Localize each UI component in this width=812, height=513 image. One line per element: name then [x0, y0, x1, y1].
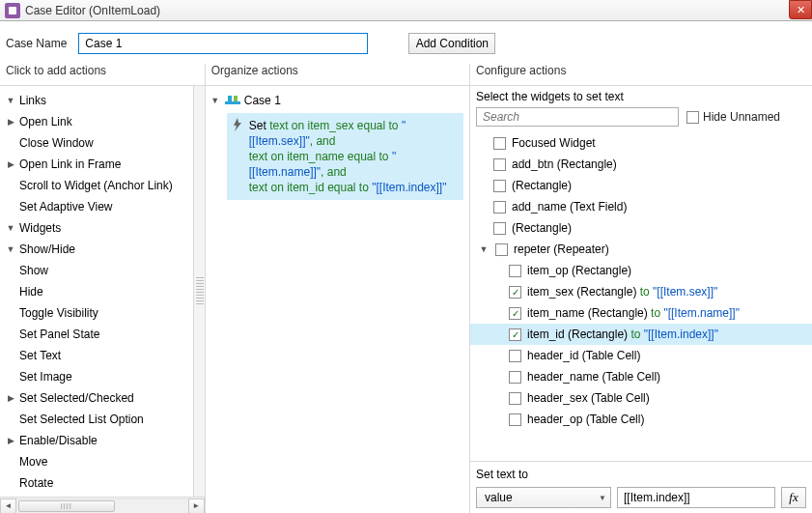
close-button[interactable]: ✕	[789, 0, 812, 19]
chevron-down-icon: ▼	[599, 494, 606, 502]
widget-row[interactable]: header_op (Table Cell)	[470, 409, 812, 430]
checkbox-icon[interactable]	[509, 265, 521, 277]
chevron-right-icon[interactable]	[4, 159, 17, 169]
case-row[interactable]: Case 1	[206, 90, 469, 111]
tree-label: Set Selected List Option	[17, 413, 144, 426]
fx-button[interactable]: fx	[781, 487, 806, 508]
tree-open-link[interactable]: Open Link	[0, 111, 193, 132]
tree-set-selected[interactable]: Set Selected/Checked	[0, 387, 193, 409]
widget-row[interactable]: ✓item_id (Rectangle) to "[[Item.index]]"	[470, 324, 812, 345]
svg-marker-4	[234, 118, 241, 131]
widget-row[interactable]: ✓item_sex (Rectangle) to "[[Item.sex]]"	[470, 281, 812, 302]
tree-toggle[interactable]: Toggle Visibility	[0, 302, 193, 324]
chevron-down-icon[interactable]	[478, 244, 490, 254]
tree-label: Open Link	[17, 115, 72, 128]
action-block[interactable]: Set text on item_sex equal to "[[Item.se…	[227, 113, 463, 200]
tree-close-window[interactable]: Close Window	[0, 132, 193, 154]
scroll-right-button[interactable]: ►	[188, 499, 205, 514]
checkbox-icon[interactable]	[493, 137, 506, 150]
search-input[interactable]	[476, 107, 679, 127]
checkbox-icon[interactable]	[509, 413, 521, 426]
widget-label: item_name (Rectangle) to "[[Item.name]]"	[527, 306, 740, 320]
widget-tree[interactable]: Focused Widgetadd_btn (Rectangle)(Rectan…	[470, 132, 812, 461]
scroll-left-button[interactable]: ◄	[0, 499, 16, 514]
configure-area: Select the widgets to set text Hide Unna…	[470, 85, 812, 513]
tree-open-link-frame[interactable]: Open Link in Frame	[0, 154, 193, 175]
tree-enable-disable[interactable]: Enable/Disable	[0, 430, 193, 451]
hide-unnamed-option[interactable]: Hide Unnamed	[686, 110, 780, 124]
case-name-label: Case Name	[6, 37, 67, 50]
tree-hide[interactable]: Hide	[0, 281, 193, 302]
left-column: Click to add actions Links Open Link Clo…	[0, 64, 206, 513]
tree-adaptive-view[interactable]: Set Adaptive View	[0, 196, 193, 217]
chevron-down-icon[interactable]	[4, 96, 17, 105]
tree-widgets[interactable]: Widgets	[0, 217, 193, 239]
checkbox-icon[interactable]	[493, 222, 506, 235]
scroll-track[interactable]	[16, 499, 188, 514]
checkbox-icon[interactable]	[509, 371, 521, 384]
widget-row[interactable]: item_op (Rectangle)	[470, 260, 812, 281]
checkbox-icon[interactable]: ✓	[509, 307, 521, 320]
window-title: Case Editor (OnItemLoad)	[25, 4, 160, 17]
checkbox-icon[interactable]	[493, 201, 506, 214]
tree-set-panel-state[interactable]: Set Panel State	[0, 324, 193, 345]
tree-set-image[interactable]: Set Image	[0, 366, 193, 387]
add-condition-button[interactable]: Add Condition	[408, 33, 495, 54]
tree-set-text[interactable]: Set Text	[0, 345, 193, 366]
tree-set-list-option[interactable]: Set Selected List Option	[0, 409, 193, 430]
repeater-row[interactable]: repeter (Repeater)	[470, 239, 812, 260]
widget-row[interactable]: (Rectangle)	[470, 217, 812, 239]
value-dropdown[interactable]: value ▼	[476, 487, 611, 508]
action-text: Set text on item_sex equal to "[[Item.se…	[249, 118, 459, 195]
tree-label: Show	[17, 264, 48, 277]
checkbox-icon[interactable]	[509, 350, 521, 362]
header-row: Case Name Add Condition	[0, 21, 812, 64]
widget-row[interactable]: ✓item_name (Rectangle) to "[[Item.name]]…	[470, 302, 812, 324]
tree-rotate[interactable]: Rotate	[0, 472, 193, 494]
tree-scroll-widget[interactable]: Scroll to Widget (Anchor Link)	[0, 175, 193, 196]
tree-move[interactable]: Move	[0, 451, 193, 472]
widget-row[interactable]: add_name (Text Field)	[470, 196, 812, 217]
widget-row[interactable]: header_id (Table Cell)	[470, 345, 812, 366]
widget-row[interactable]: add_btn (Rectangle)	[470, 154, 812, 175]
bolt-icon	[232, 118, 243, 134]
dropdown-value: value	[485, 491, 513, 504]
widget-row[interactable]: (Rectangle)	[470, 175, 812, 196]
tree-show-hide[interactable]: Show/Hide	[0, 239, 193, 260]
mid-title: Organize actions	[206, 64, 469, 85]
checkbox-icon[interactable]	[509, 392, 521, 405]
columns: Click to add actions Links Open Link Clo…	[0, 64, 812, 513]
actions-tree[interactable]: Links Open Link Close Window Open Link i…	[0, 86, 193, 497]
checkbox-icon[interactable]: ✓	[509, 286, 521, 299]
chevron-down-icon[interactable]	[4, 223, 17, 233]
chevron-down-icon[interactable]	[210, 96, 221, 105]
scroll-thumb[interactable]	[18, 500, 115, 512]
value-input[interactable]	[617, 487, 775, 508]
chevron-right-icon[interactable]	[4, 393, 17, 403]
tree-show[interactable]: Show	[0, 260, 193, 281]
chevron-right-icon[interactable]	[4, 117, 17, 127]
tree-links[interactable]: Links	[0, 90, 193, 111]
tree-label: Set Selected/Checked	[17, 391, 134, 405]
checkbox-icon[interactable]	[686, 111, 699, 124]
horizontal-scrollbar[interactable]: ◄ ►	[0, 497, 205, 513]
chevron-down-icon[interactable]	[4, 244, 17, 254]
case-icon	[225, 94, 240, 107]
vertical-scrollbar[interactable]	[193, 86, 205, 497]
widget-label: item_id (Rectangle) to "[[Item.index]]"	[527, 328, 718, 341]
tree-label: Set Text	[17, 349, 61, 362]
set-text-label: Set text to	[476, 468, 806, 481]
widget-row[interactable]: header_sex (Table Cell)	[470, 387, 812, 409]
actions-tree-wrap: Links Open Link Close Window Open Link i…	[0, 85, 205, 513]
checkbox-icon[interactable]	[495, 243, 508, 256]
chevron-right-icon[interactable]	[4, 436, 17, 445]
checkbox-icon[interactable]	[493, 158, 506, 171]
tree-label: Open Link in Frame	[17, 157, 121, 171]
widget-row[interactable]: header_name (Table Cell)	[470, 366, 812, 387]
widget-label: header_sex (Table Cell)	[527, 391, 650, 405]
tree-label: Hide	[17, 285, 43, 299]
checkbox-icon[interactable]: ✓	[509, 328, 521, 341]
widget-row[interactable]: Focused Widget	[470, 132, 812, 154]
checkbox-icon[interactable]	[493, 180, 506, 192]
case-name-input[interactable]	[78, 33, 368, 54]
